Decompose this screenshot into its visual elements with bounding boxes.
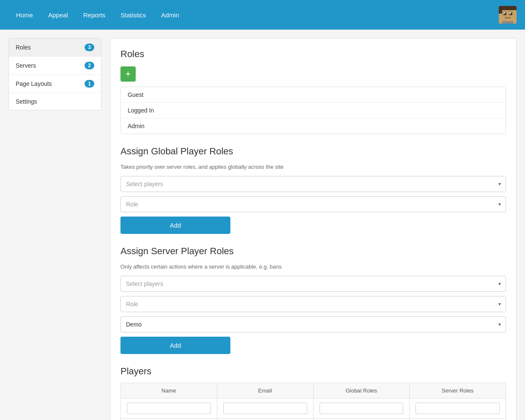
server-add-button[interactable]: Add	[120, 337, 230, 354]
roles-list: Guest Logged In Admin	[120, 87, 506, 134]
sidebar-item-settings[interactable]: Settings	[9, 93, 101, 110]
filter-server-roles-cell	[410, 398, 506, 419]
role-item-loggedin[interactable]: Logged In	[121, 103, 506, 118]
players-section-title: Players	[120, 366, 506, 377]
filter-global-roles-cell	[313, 398, 410, 419]
table-body: confuser confuserr@gmail.com Admin	[121, 419, 506, 420]
col-server-roles: Server Roles	[410, 383, 506, 398]
players-table: Name Email Global Roles Server Roles	[120, 383, 506, 420]
server-role-select-wrapper: Role ▾	[120, 296, 506, 312]
filter-email-cell	[217, 398, 313, 419]
table-header-row: Name Email Global Roles Server Roles	[121, 383, 506, 398]
svg-rect-10	[499, 6, 502, 14]
role-item-guest[interactable]: Guest	[121, 87, 506, 103]
assign-server-subtitle: Only affects certain actions where a ser…	[120, 264, 506, 270]
svg-rect-6	[504, 13, 506, 14]
col-global-roles: Global Roles	[313, 383, 410, 398]
col-name: Name	[121, 383, 217, 398]
assign-global-title: Assign Global Player Roles	[120, 146, 506, 157]
sidebar-roles-badge: 3	[85, 44, 94, 51]
nav-appeal[interactable]: Appeal	[41, 0, 76, 30]
role-item-admin[interactable]: Admin	[121, 118, 506, 134]
add-role-button[interactable]: +	[120, 66, 136, 82]
player-email-confuser: confuserr@gmail.com	[217, 419, 313, 420]
user-avatar[interactable]	[499, 6, 517, 24]
filter-email-input[interactable]	[223, 403, 307, 414]
sidebar-roles-label: Roles	[16, 44, 31, 51]
global-players-select-wrapper: Select players ▾	[120, 176, 506, 192]
server-players-select[interactable]: Select players	[120, 276, 506, 292]
table-filter-row	[121, 398, 506, 419]
svg-rect-8	[505, 17, 511, 19]
global-role-select[interactable]: Role	[120, 196, 506, 212]
filter-global-roles-input[interactable]	[320, 403, 404, 414]
sidebar-servers-badge: 2	[85, 62, 94, 69]
roles-section-title: Roles	[120, 49, 506, 60]
server-role-select[interactable]: Role	[120, 296, 506, 312]
server-players-select-wrapper: Select players ▾	[120, 276, 506, 292]
player-global-roles-confuser: Admin	[313, 419, 410, 420]
server-demo-select[interactable]: Demo	[120, 316, 506, 332]
global-add-button[interactable]: Add	[120, 217, 230, 234]
sidebar-item-page-layouts[interactable]: Page Layouts 1	[9, 75, 101, 93]
nav-home[interactable]: Home	[8, 0, 41, 30]
filter-name-input[interactable]	[127, 403, 211, 414]
svg-rect-11	[502, 21, 513, 24]
global-role-select-wrapper: Role ▾	[120, 196, 506, 212]
server-demo-select-wrapper: Demo ▾	[120, 316, 506, 332]
main-content: Roles + Guest Logged In Admin Assign Glo…	[110, 38, 517, 420]
sidebar-settings-label: Settings	[16, 98, 37, 105]
nav-statistics[interactable]: Statistics	[113, 0, 153, 30]
sidebar-servers-label: Servers	[16, 62, 36, 69]
sidebar-item-servers[interactable]: Servers 2	[9, 57, 101, 75]
svg-rect-7	[510, 13, 511, 14]
assign-server-title: Assign Server Player Roles	[120, 246, 506, 257]
col-email: Email	[217, 383, 313, 398]
assign-global-section: Assign Global Player Roles Takes priorit…	[120, 146, 506, 234]
sidebar-pagelayouts-label: Page Layouts	[16, 80, 52, 87]
sidebar-item-roles[interactable]: Roles 3	[9, 38, 101, 57]
nav-admin[interactable]: Admin	[153, 0, 187, 30]
sidebar: Roles 3 Servers 2 Page Layouts 1 Setting…	[8, 38, 101, 420]
global-players-select[interactable]: Select players	[120, 176, 506, 192]
navbar-links: Home Appeal Reports Statistics Admin	[8, 0, 499, 30]
sidebar-pagelayouts-badge: 1	[85, 80, 94, 88]
navbar: Home Appeal Reports Statistics Admin	[0, 0, 525, 30]
assign-global-subtitle: Takes priority over server roles, and ap…	[120, 164, 506, 170]
nav-reports[interactable]: Reports	[76, 0, 113, 30]
assign-server-section: Assign Server Player Roles Only affects …	[120, 246, 506, 354]
player-server-roles-confuser	[410, 419, 506, 420]
filter-name-cell	[121, 398, 217, 419]
player-name-cell-confuser: confuser	[121, 419, 217, 420]
filter-server-roles-input[interactable]	[416, 403, 500, 414]
sidebar-card: Roles 3 Servers 2 Page Layouts 1 Setting…	[8, 38, 101, 110]
table-row: confuser confuserr@gmail.com Admin	[121, 419, 506, 420]
page-layout: Roles 3 Servers 2 Page Layouts 1 Setting…	[0, 30, 525, 420]
